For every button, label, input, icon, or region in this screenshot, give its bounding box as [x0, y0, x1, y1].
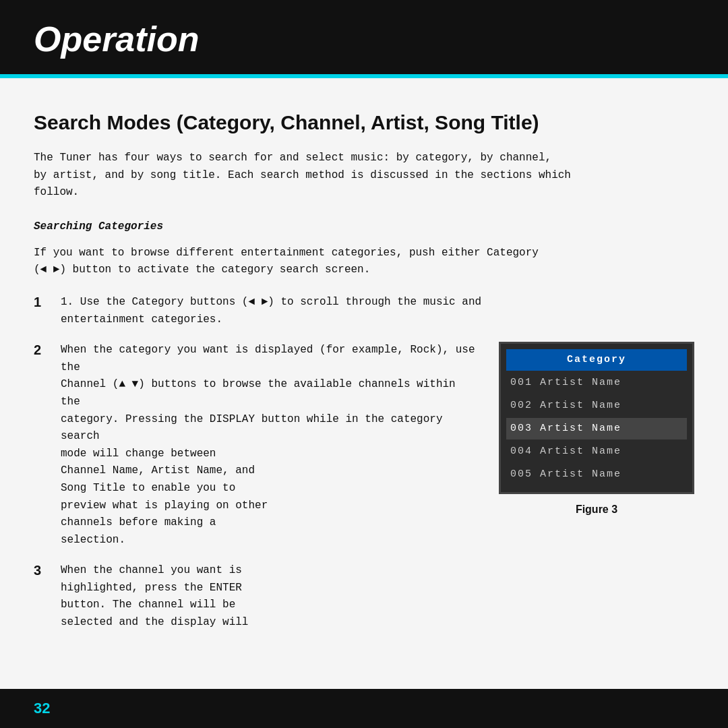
list-number-3: 3	[34, 562, 61, 578]
list-number-1: 1	[34, 294, 61, 310]
item2-text: When the category you want is displayed …	[61, 342, 479, 549]
lcd-header-label: Category	[567, 352, 626, 368]
lcd-display: Category 001 Artist Name 002 Artist Name…	[499, 342, 694, 494]
list-item-3: 3 When the channel you want ishighlighte…	[34, 562, 694, 631]
lcd-row-5-text: 005 Artist Name	[510, 466, 621, 483]
lcd-header-row: Category	[506, 349, 687, 371]
lcd-row-1: 001 Artist Name	[506, 372, 687, 394]
subsection-body: If you want to browse different entertai…	[34, 245, 694, 279]
lcd-row-3: 003 Artist Name	[506, 418, 687, 439]
figure-container: Category 001 Artist Name 002 Artist Name…	[499, 342, 694, 518]
header: Operation	[0, 0, 728, 74]
list-number-2: 2	[34, 342, 61, 358]
intro-text: The Tuner has four ways to search for an…	[34, 150, 694, 202]
numbered-list: 1 1. Use the Category buttons (◄ ►) to s…	[34, 294, 694, 632]
main-content: Search Modes (Category, Channel, Artist,…	[0, 78, 728, 689]
lcd-row-1-text: 001 Artist Name	[510, 375, 621, 391]
lcd-row-4-text: 004 Artist Name	[510, 444, 621, 460]
list-content-3: When the channel you want ishighlighted,…	[61, 562, 694, 631]
page-number: 32	[34, 700, 50, 717]
list-item: 1 1. Use the Category buttons (◄ ►) to s…	[34, 294, 694, 328]
list-content-1: 1. Use the Category buttons (◄ ►) to scr…	[61, 294, 694, 328]
list-item-2: 2 When the category you want is displaye…	[34, 342, 694, 549]
subsection-title: Searching Categories	[34, 220, 694, 233]
lcd-row-2: 002 Artist Name	[506, 395, 687, 417]
lcd-row-3-text: 003 Artist Name	[510, 421, 621, 437]
footer: 32	[0, 689, 728, 728]
lcd-row-5: 005 Artist Name	[506, 464, 687, 485]
list-content-2: When the category you want is displayed …	[61, 342, 694, 549]
figure-label: Figure 3	[499, 501, 694, 518]
header-title: Operation	[34, 19, 694, 59]
section-title: Search Modes (Category, Channel, Artist,…	[34, 111, 694, 135]
lcd-row-2-text: 002 Artist Name	[510, 398, 621, 414]
lcd-row-4: 004 Artist Name	[506, 441, 687, 462]
